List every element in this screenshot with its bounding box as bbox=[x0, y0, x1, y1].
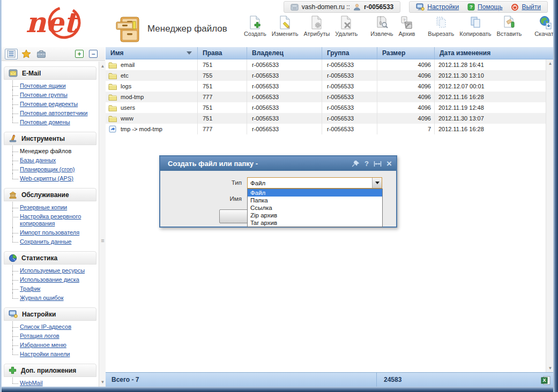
toolbar: Создать Изменить Атрибуты Удалить Извлеч… bbox=[241, 15, 558, 37]
sidebar-item-save-data[interactable]: Сохранить данные bbox=[20, 238, 71, 245]
delete-button[interactable]: Удалить bbox=[332, 15, 360, 37]
sidebar-item-ip-list[interactable]: Список IP-адресов bbox=[20, 323, 71, 330]
file-date: 2012.11.16 16:28 bbox=[435, 92, 546, 102]
logout-link[interactable]: Выйти bbox=[522, 3, 541, 11]
pin-icon[interactable] bbox=[352, 160, 360, 167]
sidebar-item-panel-settings[interactable]: Настройки панели bbox=[20, 351, 70, 357]
sidebar-item-log-rotation[interactable]: Ротация логов bbox=[20, 333, 59, 339]
sidebar-section-maintenance[interactable]: Обслуживание bbox=[4, 188, 96, 201]
list-view-button[interactable] bbox=[5, 49, 18, 59]
sidebar-item-mailboxes[interactable]: Почтовые ящики bbox=[20, 82, 66, 89]
sidebar-item-traffic[interactable]: Трафик bbox=[20, 285, 40, 292]
sidebar-item-backup-settings[interactable]: Настройка резервного копирования bbox=[20, 213, 81, 227]
sidebar-section-email[interactable]: E-Mail bbox=[4, 66, 96, 80]
sidebar-scrollbar[interactable]: ▲ ≡ ▼ bbox=[99, 62, 106, 387]
table-row[interactable]: users 751 r-0056533 r-0056533 4096 2012.… bbox=[106, 102, 546, 113]
top-link-settings[interactable]: Настройки bbox=[416, 3, 459, 11]
sidebar-item-user-import[interactable]: Импорт пользователя bbox=[20, 229, 79, 236]
sidebar-item-cron[interactable]: Планировщик (cron) bbox=[20, 166, 75, 172]
archive-button[interactable]: ? Архив bbox=[396, 15, 418, 37]
sidebar-section-settings[interactable]: Настройки bbox=[4, 307, 96, 321]
section-tools-links: Менеджер файлов Базы данных Планировщик … bbox=[11, 147, 99, 183]
resize-icon[interactable] bbox=[374, 161, 382, 167]
sidebar-item-autoresponders[interactable]: Почтовые автоответчики bbox=[20, 110, 87, 116]
dropdown-option-link[interactable]: Ссылка bbox=[248, 204, 382, 212]
list-item: Планировщик (cron) bbox=[11, 165, 99, 174]
excel-export-button[interactable]: X bbox=[541, 375, 551, 385]
column-header-date[interactable]: Дата изменения bbox=[435, 47, 554, 59]
column-header-perms[interactable]: Права bbox=[198, 47, 247, 59]
sidebar-item-backups[interactable]: Резервные копии bbox=[20, 204, 67, 210]
table-row[interactable]: mod-tmp 777 r-0056533 r-0056533 4096 201… bbox=[106, 92, 546, 102]
account-info: vash-domen.ru :: r-0056533 bbox=[284, 1, 400, 13]
file-owner: r-0056533 bbox=[247, 102, 322, 113]
top-link-help[interactable]: ? Помощь bbox=[467, 3, 502, 11]
sidebar-item-maildomains[interactable]: Почтовые домены bbox=[20, 119, 70, 125]
sidebar-toolbar: + − bbox=[2, 47, 105, 61]
settings-link[interactable]: Настройки bbox=[427, 3, 459, 11]
type-field-label: Тип bbox=[183, 179, 242, 186]
table-row[interactable]: etc 755 r-0056533 r-0056533 4096 2012.11… bbox=[106, 70, 546, 81]
addons-plus-icon bbox=[9, 366, 17, 374]
toolbox-button[interactable] bbox=[35, 49, 48, 59]
section-title: Статистика bbox=[21, 254, 57, 262]
help-link[interactable]: Помощь bbox=[478, 3, 502, 11]
list-item: Список IP-адресов bbox=[11, 322, 99, 331]
dialog-help-icon[interactable]: ? bbox=[364, 160, 369, 167]
cut-button[interactable]: Вырезать bbox=[425, 15, 457, 37]
file-owner: r-0056533 bbox=[247, 81, 322, 92]
file-group: r-0056533 bbox=[322, 70, 377, 81]
select-dropdown-button[interactable] bbox=[372, 178, 382, 188]
sidebar-item-favorites-menu[interactable]: Избранное меню bbox=[20, 342, 66, 348]
sidebar-item-web-scripts[interactable]: Web-скрипты (APS) bbox=[20, 175, 73, 182]
sidebar-item-disk-usage[interactable]: Использование диска bbox=[20, 276, 79, 283]
column-header-name[interactable]: Имя bbox=[106, 47, 198, 59]
extract-button[interactable]: Извлечь bbox=[368, 15, 396, 37]
sidebar-item-databases[interactable]: Базы данных bbox=[20, 157, 56, 163]
copy-button[interactable]: Копировать bbox=[457, 15, 494, 37]
sidebar-item-webmail[interactable]: WebMail bbox=[20, 380, 43, 386]
create-button[interactable]: Создать bbox=[241, 15, 269, 37]
list-item: Почтовые ящики bbox=[11, 81, 99, 91]
window-frame-right bbox=[553, 0, 558, 392]
sidebar-item-mailgroups[interactable]: Почтовые группы bbox=[20, 92, 68, 98]
expand-all-button[interactable]: + bbox=[75, 50, 84, 58]
download-icon bbox=[539, 15, 553, 30]
net-logo[interactable]: net bbox=[14, 2, 94, 44]
dialog-header[interactable]: Создать файл или папку - ? × bbox=[160, 156, 396, 171]
sidebar-item-error-log[interactable]: Журнал ошибок bbox=[20, 295, 64, 301]
paste-button[interactable]: Вставить bbox=[494, 15, 525, 37]
table-row[interactable]: logs 751 r-0056533 r-0056533 4096 2012.1… bbox=[106, 81, 546, 92]
dropdown-option-zip[interactable]: Zip архив bbox=[248, 212, 382, 219]
list-item: Почтовые домены bbox=[11, 118, 99, 127]
dropdown-option-tar[interactable]: Tar архив bbox=[248, 219, 382, 227]
dropdown-option-folder[interactable]: Папка bbox=[248, 197, 382, 204]
column-header-owner[interactable]: Владелец bbox=[247, 47, 322, 59]
sidebar-item-resources[interactable]: Используемые ресурсы bbox=[20, 267, 85, 274]
sidebar-section-addons[interactable]: Доп. приложения bbox=[4, 364, 96, 377]
sidebar-item-file-manager[interactable]: Менеджер файлов bbox=[20, 148, 71, 154]
favorites-button[interactable] bbox=[20, 49, 33, 59]
type-select[interactable]: Файл bbox=[247, 177, 382, 189]
dropdown-option-file[interactable]: Файл bbox=[248, 189, 382, 197]
scrollbar-grip[interactable]: ≡ bbox=[99, 238, 106, 243]
table-scrollbar[interactable]: ▲ ▼ bbox=[546, 59, 554, 372]
table-row[interactable]: email 751 r-0056533 r-0056533 4096 2012.… bbox=[106, 59, 546, 70]
close-icon[interactable]: × bbox=[386, 159, 392, 168]
top-link-logout[interactable]: Выйти bbox=[511, 3, 541, 11]
edit-button[interactable]: Изменить bbox=[269, 15, 301, 37]
attributes-icon bbox=[310, 15, 324, 30]
table-row[interactable]: www 751 r-0056533 r-0056533 4096 2012.11… bbox=[106, 113, 546, 124]
logo-text: net bbox=[26, 6, 79, 39]
table-row[interactable]: tmp -> mod-tmp 777 r-0056533 r-0056533 7… bbox=[106, 124, 546, 134]
sidebar-section-statistics[interactable]: Статистика bbox=[4, 251, 96, 265]
folder-icon bbox=[108, 104, 117, 111]
column-label: Дата изменения bbox=[440, 49, 490, 57]
sidebar-section-tools[interactable]: Инструменты bbox=[4, 132, 96, 145]
attributes-button[interactable]: Атрибуты bbox=[301, 15, 332, 37]
collapse-all-button[interactable]: − bbox=[89, 50, 98, 58]
column-header-group[interactable]: Группа bbox=[322, 47, 377, 59]
file-owner: r-0056533 bbox=[247, 70, 322, 81]
column-header-size[interactable]: Размер bbox=[377, 47, 435, 59]
sidebar-item-mailredirects[interactable]: Почтовые редиректы bbox=[20, 101, 78, 107]
